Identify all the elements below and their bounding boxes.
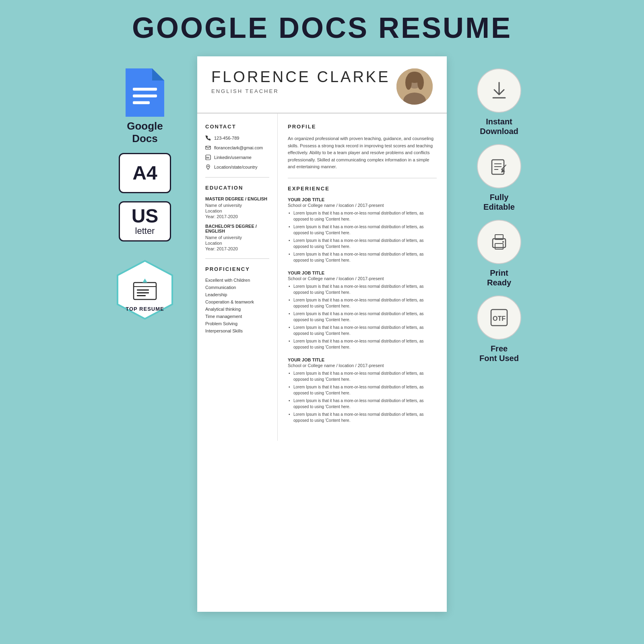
svg-rect-9 [137, 292, 149, 293]
instant-download-label: InstantDownload [480, 117, 518, 136]
education-section: EDUCATION MASTER DEGREE / ENGLISH Name o… [205, 185, 269, 251]
instant-download-feature: InstantDownload [477, 68, 521, 136]
job-bullet: Lorem Ipsum is that it has a more-or-les… [288, 411, 437, 423]
resume-photo [396, 68, 433, 105]
job-company: School or College name / location / 2017… [288, 203, 437, 208]
job-bullet: Lorem Ipsum is that it has a more-or-les… [288, 311, 437, 323]
download-circle [477, 68, 521, 113]
job-bullet: Lorem Ipsum is that it has a more-or-les… [288, 370, 437, 382]
divider-2 [205, 258, 269, 259]
divider-3 [288, 178, 437, 178]
main-content: GoogleDocs A4 US letter [0, 56, 644, 612]
contact-section: CONTACT 123-456-789 floranceclark@gmai.c… [205, 124, 269, 170]
job-title: YOUR JOB TITLE [288, 270, 437, 275]
location-2: Location [205, 241, 269, 246]
job-bullet: Lorem Ipsum is that it has a more-or-les… [288, 338, 437, 350]
contact-linkedin: in Linkedin/username [205, 155, 269, 160]
education-section-title: EDUCATION [205, 185, 269, 191]
skill-item: Cooperation & teamwork [205, 299, 269, 304]
svg-text:in: in [206, 156, 209, 159]
contact-location: Location/state/country [205, 164, 269, 170]
contact-section-title: CONTACT [205, 124, 269, 130]
degree-1: MASTER DEGREE / ENGLISH [205, 196, 269, 201]
job-bullet: Lorem Ipsum is that it has a more-or-les… [288, 251, 437, 263]
google-docs-icon [125, 68, 165, 117]
job-company: School or College name / location / 2017… [288, 363, 437, 368]
job-bullet: Lorem Ipsum is that it has a more-or-les… [288, 283, 437, 295]
svg-rect-10 [137, 295, 146, 296]
proficiency-section: PROFICIENCY Excellent with ChildrenCommu… [205, 266, 269, 333]
job-title: YOUR JOB TITLE [288, 357, 437, 362]
fully-editable-feature: FullyEditable [477, 144, 521, 212]
skill-item: Communication [205, 285, 269, 290]
university-2: Name of university [205, 235, 269, 240]
proficiency-section-title: PROFICIENCY [205, 266, 269, 272]
experience-section-title: EXPERIENCE [288, 186, 437, 192]
profile-section: PROFILE An organized professional with p… [288, 124, 437, 171]
job-company: School or College name / location / 2017… [288, 276, 437, 281]
resume-name-block: FLORENCE CLARKE ENGLISH TEACHER [211, 68, 390, 94]
print-circle [477, 220, 521, 264]
svg-marker-1 [152, 68, 164, 80]
top-resume-badge: TOP RESUME [113, 258, 177, 322]
divider-1 [205, 177, 269, 178]
profile-section-title: PROFILE [288, 124, 437, 130]
a4-format-box: A4 [119, 153, 171, 193]
svg-rect-3 [133, 95, 157, 97]
svg-text:OTF: OTF [493, 315, 506, 322]
badge-hexagon-icon: TOP RESUME [113, 258, 177, 322]
free-font-feature: OTF FreeFont Used [477, 295, 521, 363]
education-item-2: BACHELOR'S DEGREE / ENGLISH Name of univ… [205, 224, 269, 251]
svg-point-17 [405, 75, 412, 90]
print-ready-label: PrintReady [487, 268, 511, 287]
a4-label: A4 [132, 163, 157, 183]
skill-item: Excellent with Children [205, 278, 269, 283]
otf-icon: OTF [487, 305, 511, 330]
resume-header: FLORENCE CLARKE ENGLISH TEACHER [197, 56, 447, 114]
jobs-list: YOUR JOB TITLESchool or College name / l… [288, 197, 437, 423]
job-bullet: Lorem Ipsum is that it has a more-or-les… [288, 398, 437, 410]
svg-text:TOP RESUME: TOP RESUME [126, 306, 164, 312]
skill-item: Analytical thinking [205, 307, 269, 312]
skill-item: Interpersonal Skills [205, 328, 269, 333]
free-font-label: FreeFont Used [479, 344, 519, 363]
us-letter-format-box: US letter [119, 201, 171, 242]
page-title: GOOGLE DOCS RESUME [0, 11, 644, 44]
skill-item: Leadership [205, 292, 269, 297]
profile-text: An organized professional with proven te… [288, 135, 437, 171]
skill-item: Time management [205, 314, 269, 319]
svg-point-22 [208, 166, 209, 167]
resume-right-column: PROFILE An organized professional with p… [278, 114, 447, 441]
google-docs-badge: GoogleDocs [125, 68, 165, 145]
contact-email: floranceclark@gmai.com [205, 145, 269, 151]
resume-left-column: CONTACT 123-456-789 floranceclark@gmai.c… [197, 114, 278, 441]
svg-rect-2 [133, 88, 157, 91]
job-bullet: Lorem Ipsum is that it has a more-or-les… [288, 384, 437, 396]
job-bullet: Lorem Ipsum is that it has a more-or-les… [288, 237, 437, 250]
job-bullet: Lorem Ipsum is that it has a more-or-les… [288, 324, 437, 336]
degree-2: BACHELOR'S DEGREE / ENGLISH [205, 224, 269, 233]
download-icon [487, 78, 511, 103]
job-item-0: YOUR JOB TITLESchool or College name / l… [288, 197, 437, 263]
left-sidebar: GoogleDocs A4 US letter [105, 68, 185, 322]
linkedin-icon: in [205, 155, 211, 160]
experience-section: EXPERIENCE YOUR JOB TITLESchool or Colle… [288, 186, 437, 423]
skill-item: Problem Solving [205, 321, 269, 326]
year-1: Year: 2017-2020 [205, 214, 269, 219]
phone-icon [205, 135, 211, 141]
right-sidebar: InstantDownload FullyEditable [459, 68, 539, 363]
us-label: US letter [132, 206, 159, 236]
fully-editable-label: FullyEditable [483, 192, 515, 212]
job-item-1: YOUR JOB TITLESchool or College name / l… [288, 270, 437, 350]
resume-document: FLORENCE CLARKE ENGLISH TEACHER [197, 56, 447, 612]
google-docs-label: GoogleDocs [127, 120, 163, 145]
contact-phone: 123-456-789 [205, 135, 269, 141]
resume-job-title: ENGLISH TEACHER [211, 88, 390, 94]
svg-rect-32 [495, 244, 503, 249]
year-2: Year: 2017-2020 [205, 246, 269, 251]
skills-list: Excellent with ChildrenCommunicationLead… [205, 278, 269, 333]
resume-name: FLORENCE CLARKE [211, 68, 390, 86]
page-header: GOOGLE DOCS RESUME [0, 0, 644, 52]
location-icon [205, 164, 211, 170]
us-sub-label: letter [132, 226, 159, 236]
